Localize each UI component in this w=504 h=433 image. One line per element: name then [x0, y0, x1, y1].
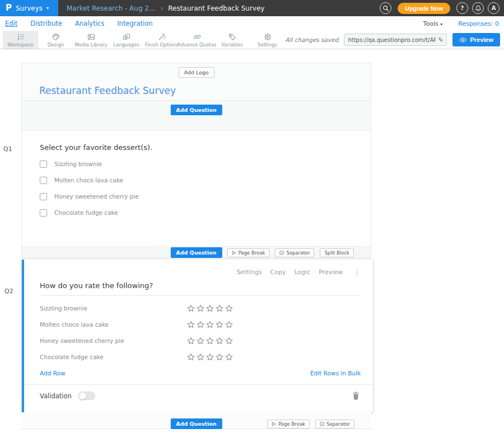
q2-preview-button[interactable]: Preview [319, 269, 343, 276]
q2-settings-button[interactable]: Settings [236, 269, 262, 276]
star-icon[interactable] [197, 353, 204, 361]
validation-toggle[interactable] [78, 392, 95, 400]
checkbox[interactable] [40, 161, 47, 168]
edit-rows-in-bulk-link[interactable]: Edit Rows in Bulk [310, 370, 361, 376]
delete-question-button[interactable] [352, 392, 360, 400]
tab-edit[interactable]: Edit [5, 20, 17, 27]
breadcrumb-folder[interactable]: Market Research - Aug 2... [67, 4, 155, 12]
tab-distribute[interactable]: Distribute [30, 20, 62, 27]
workspace-icon [16, 32, 25, 41]
star-icon[interactable] [216, 304, 223, 312]
star-icon[interactable] [216, 337, 223, 345]
q2-question-text[interactable]: How do you rate the following? [40, 281, 361, 296]
star-icon[interactable] [206, 321, 214, 328]
survey-url-input[interactable] [348, 37, 436, 43]
toolbar-item-settings[interactable]: Settings [250, 31, 285, 49]
add-row-link[interactable]: Add Row [40, 370, 66, 376]
star-icon[interactable] [206, 304, 214, 312]
star-icon[interactable] [197, 337, 204, 345]
star-icon[interactable] [225, 321, 233, 328]
add-question-button-mid[interactable]: Add Question [170, 247, 222, 258]
kebab-menu-icon[interactable]: ⋮ [353, 268, 361, 276]
toolbar-item-design[interactable]: Design [38, 31, 73, 49]
separator-icon [320, 422, 324, 426]
separator-button[interactable]: Separator [315, 420, 354, 429]
survey-canvas: Add Logo Restaurant Feedback Survey Add … [21, 63, 371, 431]
star-icon[interactable] [225, 353, 233, 361]
star-icon[interactable] [197, 304, 204, 312]
page-break-button[interactable]: Page Break [267, 420, 310, 429]
rating-row: Molten choco lava cake [40, 321, 361, 328]
add-question-button-bottom[interactable]: Add Question [170, 418, 222, 429]
toolbar-item-media-library[interactable]: Media Library [73, 31, 109, 49]
search-icon [382, 5, 389, 12]
survey-header: Add Logo Restaurant Feedback Survey [21, 63, 371, 101]
star-icon[interactable] [206, 337, 214, 345]
toolbar-right: All changes saved ✎ Preview [285, 31, 504, 49]
toolbar-item-languages[interactable]: A x Languages [109, 31, 144, 49]
tools-menu[interactable]: Tools ▾ [423, 20, 443, 27]
checkbox[interactable] [40, 209, 47, 216]
separator-button[interactable]: Separator [275, 248, 314, 257]
page-break-button[interactable]: Page Break [227, 248, 270, 257]
survey-url-box: ✎ [344, 34, 447, 46]
rating-row-label[interactable]: Sizzling brownie [40, 305, 187, 312]
surveys-menu[interactable]: P Surveys ▾ [0, 0, 58, 16]
block-action-buttons: Page Break Separator Split Block [227, 248, 354, 257]
q1-option-row: Chocolate fudge cake [40, 209, 371, 216]
toggle-knob [78, 392, 87, 400]
q1-question-text[interactable]: Select your favorite dessert(s). [40, 143, 371, 152]
search-button[interactable] [380, 2, 391, 14]
svg-text:A: A [126, 34, 128, 37]
star-icon[interactable] [187, 353, 195, 361]
tab-analytics[interactable]: Analytics [75, 20, 104, 27]
q1-option-label[interactable]: Molten choco lava cake [54, 177, 123, 184]
question-block-q2-selected[interactable]: Settings Copy Logic Preview ⋮ How do you… [22, 260, 373, 412]
q2-validation-row: Validation [24, 384, 373, 400]
star-icon[interactable] [225, 304, 233, 312]
gear-icon [263, 32, 272, 41]
add-question-button-top[interactable]: Add Question [170, 105, 222, 115]
rating-row-label[interactable]: Honey sweetened cherry pie [40, 337, 187, 344]
responses-count[interactable]: Responses: 0 [458, 20, 499, 27]
q2-row-links: Add Row Edit Rows in Bulk [40, 370, 361, 376]
q1-option-label[interactable]: Honey sweetened cherry pie [54, 193, 139, 200]
toolbar-item-advance-quotas[interactable]: Advance Quotas [179, 31, 214, 49]
star-icon[interactable] [187, 321, 195, 328]
rating-row: Honey sweetened cherry pie [40, 337, 361, 345]
edit-url-icon[interactable]: ✎ [438, 36, 443, 44]
rating-row-label[interactable]: Chocolate fudge cake [40, 354, 187, 360]
survey-title[interactable]: Restaurant Feedback Survey [39, 85, 176, 96]
account-avatar[interactable]: A [488, 2, 500, 14]
star-icon[interactable] [197, 321, 204, 328]
toolbar-item-variables[interactable]: Variables [214, 31, 250, 49]
question-number-q2: Q2 [4, 288, 13, 295]
q2-copy-button[interactable]: Copy [270, 269, 286, 276]
toolbar-item-finish-options[interactable]: Finish Options [144, 31, 179, 49]
breadcrumb: Market Research - Aug 2... › Restaurant … [67, 4, 264, 12]
image-icon [87, 32, 96, 41]
star-icon[interactable] [225, 337, 233, 345]
help-button[interactable]: ? [456, 2, 468, 14]
preview-button[interactable]: Preview [452, 33, 500, 46]
toolbar-item-workspace[interactable]: Workspace [3, 31, 38, 49]
checkbox[interactable] [40, 177, 47, 184]
tab-integration[interactable]: Integration [117, 20, 152, 27]
upgrade-now-button[interactable]: Upgrade Now [398, 3, 450, 14]
surveys-label: Surveys [16, 4, 43, 12]
star-icon[interactable] [216, 353, 223, 361]
checkbox[interactable] [40, 193, 47, 200]
q1-option-label[interactable]: Sizzling brownie [54, 161, 102, 168]
notifications-button[interactable] [472, 2, 484, 14]
bell-icon [475, 5, 482, 12]
q1-option-label[interactable]: Chocolate fudge cake [54, 209, 118, 216]
split-block-button[interactable]: Split Block [320, 248, 354, 257]
q2-logic-button[interactable]: Logic [294, 269, 310, 276]
star-icon[interactable] [216, 321, 223, 328]
add-logo-button[interactable]: Add Logo [178, 67, 214, 78]
star-icon[interactable] [187, 337, 195, 345]
star-icon[interactable] [206, 353, 214, 361]
rating-row: Sizzling brownie [40, 304, 361, 312]
rating-row-label[interactable]: Molten choco lava cake [40, 321, 187, 328]
star-icon[interactable] [187, 304, 195, 312]
